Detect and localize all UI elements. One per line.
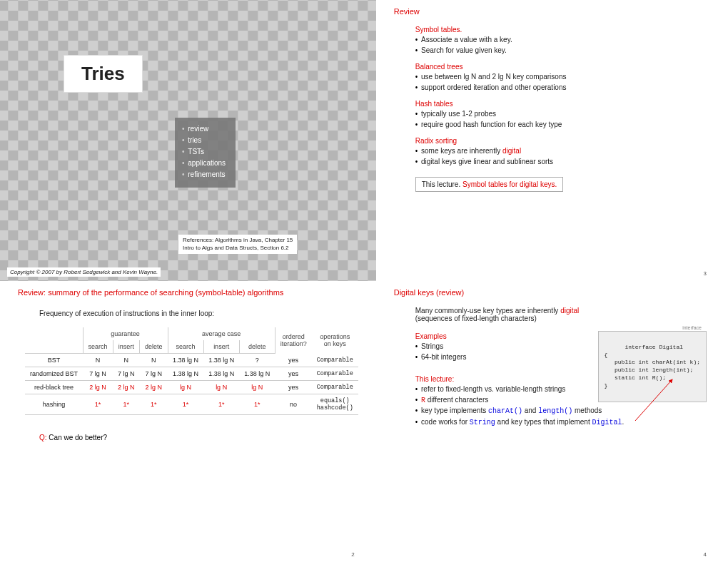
toc-item: TSTs [182,146,226,158]
section-head: Balanced trees [415,63,710,71]
page-number: 3 [704,270,707,277]
slide-review: Review Symbol tables.Associate a value w… [376,0,728,281]
toc-box: reviewtriesTSTsapplicationsrefinements [175,118,236,188]
arrow-icon [632,374,682,424]
toc-item: tries [182,135,226,146]
table-row: randomized BST7 lg N7 lg N7 lg N1.38 lg … [25,367,358,381]
section-head: Symbol tables. [415,26,710,34]
footer-red: Symbol tables for digital keys. [462,180,557,188]
copyright: Copyright © 2007 by Robert Sedgewick and… [7,267,161,277]
footer-pre: This lecture. [422,180,462,188]
list-item: require good hash function for each key … [423,120,710,131]
lecture-box: This lecture. Symbol tables for digital … [415,177,564,192]
intro-line: Many commonly-use key types are inherent… [415,307,710,315]
slide-title: Review [394,7,710,16]
slide-title: Review: summary of the performance of se… [18,288,358,297]
section-list: use between lg N and 2 lg N key comparis… [415,72,710,93]
presentation-title: Tries [64,56,142,92]
list-item: use between lg N and 2 lg N key comparis… [423,72,710,83]
ref-line: Intro to Algs and Data Structs, Section … [183,245,293,252]
list-item: Associate a value with a key. [423,35,710,46]
intro-line2: (sequences of fixed-length characters) [415,315,710,322]
references: References: Algorithms in Java, Chapter … [178,235,297,254]
list-item: support ordered iteration and other oper… [423,83,710,93]
section-list: typically use 1-2 probesrequire good has… [415,109,710,130]
svg-line-0 [635,379,672,421]
ref-line: References: Algorithms in Java, Chapter … [183,237,293,244]
list-item: some keys are inherently digital [423,146,710,157]
slide-digital-keys: Digital keys (review) Many commonly-use … [376,281,728,562]
list-item: digital keys give linear and sublinear s… [423,157,710,168]
page-number: 2 [351,551,354,558]
section-list: some keys are inherently digitaldigital … [415,146,710,167]
toc-item: applications [182,158,226,169]
code-label: interface [682,325,702,331]
slide-title: Digital keys (review) [394,288,710,297]
section-list: Associate a value with a key.Search for … [415,35,710,56]
list-item: typically use 1-2 probes [423,109,710,120]
performance-table: guarantee average case orderediteration?… [25,327,358,415]
slide-perf-table: Review: summary of the performance of se… [0,281,376,562]
section-head: Radix sorting [415,137,710,145]
list-item: Search for value given key. [423,46,710,56]
question: Q: Can we do better? [39,434,358,441]
subtitle: Frequency of execution of instructions i… [39,310,358,317]
table-row: hashing1*1*1*1*1*1*noequals()hashcode() [25,394,358,415]
slide-title: Tries reviewtriesTSTsapplicationsrefinem… [0,0,376,281]
table-row: red-black tree2 lg N2 lg N2 lg Nlg Nlg N… [25,381,358,394]
page-number: 4 [704,551,707,558]
section-head: Hash tables [415,100,710,108]
table-row: BSTNNN1.38 lg N1.38 lg N?yesComparable [25,354,358,367]
toc-item: review [182,123,226,135]
toc-item: refinements [182,169,226,180]
